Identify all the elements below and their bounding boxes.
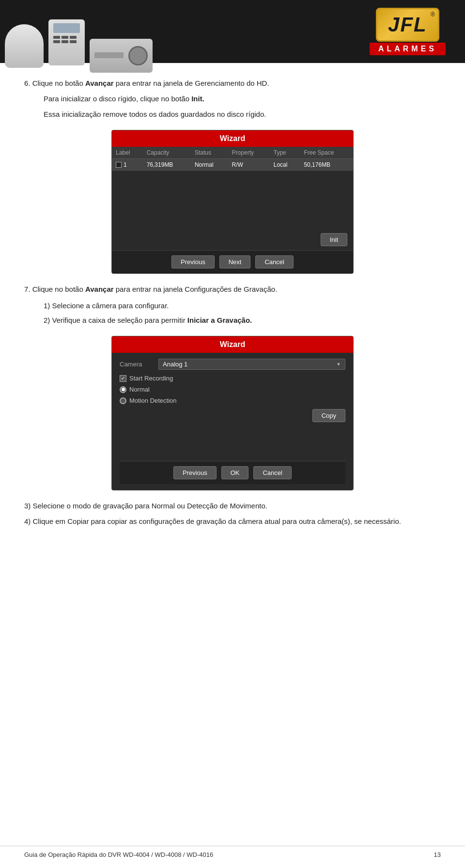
row-capacity: 76,319MB: [143, 159, 191, 171]
step4-paragraph: 4) Clique em Copiar para copiar as confi…: [24, 516, 441, 527]
step3-paragraph: 3) Selecione o modo de gravação para Nor…: [24, 500, 441, 512]
step6-init-bold: Init.: [191, 95, 204, 103]
step6-line2: Para inicializar o disco rígido, clique …: [24, 93, 441, 105]
start-recording-row: ✓ Start Recording: [120, 375, 345, 382]
normal-radio-row: Normal: [120, 386, 345, 393]
motion-radio[interactable]: [120, 397, 126, 404]
dialog1-title: Wizard: [112, 130, 353, 147]
page-footer: Guia de Operação Rápida do DVR WD-4004 /…: [0, 846, 465, 858]
step7-item2: 2) Verifique a caixa de seleção para per…: [44, 315, 441, 326]
dialog2-body: Camera Analog 1 ▼ ✓ Start Recording Norm…: [112, 353, 353, 490]
previous-button-2[interactable]: Previous: [173, 466, 217, 479]
cancel-button-1[interactable]: Cancel: [255, 255, 293, 268]
row-label-val: 1: [124, 161, 127, 168]
row-type: Local: [270, 159, 300, 171]
next-button[interactable]: Next: [219, 255, 251, 268]
chevron-down-icon: ▼: [336, 362, 341, 367]
cancel-button-2[interactable]: Cancel: [253, 466, 291, 479]
dialog1-body: Label Capacity Status Property Type Free…: [112, 147, 353, 273]
row-status: Normal: [191, 159, 228, 171]
col-type: Type: [270, 147, 300, 159]
camera-label: Camera: [120, 361, 158, 368]
product-motion-sensor: [5, 24, 44, 68]
start-recording-checkbox[interactable]: ✓: [120, 375, 126, 382]
col-capacity: Capacity: [143, 147, 191, 159]
footer-guide-text: Guia de Operação Rápida do DVR WD-4004 /…: [24, 851, 213, 858]
start-recording-label: Start Recording: [129, 375, 173, 382]
row-label-cell: 1: [112, 159, 143, 171]
step7-bold: Avançar: [85, 285, 114, 293]
row-checkbox[interactable]: [116, 162, 122, 168]
logo-text: JFL: [388, 13, 427, 36]
previous-button-1[interactable]: Previous: [171, 255, 215, 268]
main-content: 6. Clique no botão Avançar para entrar n…: [0, 63, 465, 546]
step7-paragraph: 7. Clique no botão Avançar para entrar n…: [24, 284, 441, 295]
product-images: [0, 17, 153, 63]
item2-num: 2): [44, 316, 50, 324]
registered-mark: ®: [431, 11, 435, 18]
dialog1-spacer: [112, 171, 353, 229]
step6-prefix: 6. Clique no botão: [24, 79, 85, 87]
copy-row: Copy: [120, 409, 345, 422]
step7-list: 1) Selecione a câmera para configurar. 2…: [44, 300, 441, 326]
product-keypad: [48, 19, 85, 65]
ok-button[interactable]: OK: [221, 466, 249, 479]
step6-paragraph: 6. Clique no botão Avançar para entrar n…: [24, 78, 441, 89]
motion-label: Motion Detection: [129, 397, 177, 404]
item1-num: 1): [44, 301, 50, 310]
product-camera: [90, 39, 153, 73]
page-header: ® JFL ALARMES: [0, 0, 465, 63]
dialog1-init-row: Init: [112, 229, 353, 250]
row-freespace: 50,176MB: [300, 159, 353, 171]
camera-select-value: Analog 1: [163, 361, 187, 368]
init-button[interactable]: Init: [321, 233, 347, 246]
step7-item1: 1) Selecione a câmera para configurar.: [44, 300, 441, 312]
footer-page-number: 13: [434, 851, 441, 858]
step6-line3: Essa inicialização remove todos os dados…: [44, 109, 441, 120]
item2-bold: Iniciar a Gravação.: [187, 316, 252, 324]
dialog2-title: Wizard: [112, 336, 353, 353]
dialog2-spacer: [120, 422, 345, 461]
wizard-dialog-2: Wizard Camera Analog 1 ▼ ✓ Start Recordi…: [111, 336, 354, 490]
alarmes-text: ALARMES: [370, 43, 446, 55]
step6-suffix: para entrar na janela de Gerenciamento d…: [114, 79, 269, 87]
col-freespace: Free Space: [300, 147, 353, 159]
camera-row: Camera Analog 1 ▼: [120, 359, 345, 370]
disk-table: Label Capacity Status Property Type Free…: [112, 147, 353, 171]
dialog1-footer: Previous Next Cancel: [112, 250, 353, 273]
camera-select[interactable]: Analog 1 ▼: [158, 359, 345, 370]
company-logo: ® JFL ALARMES: [370, 8, 446, 55]
row-property: R/W: [228, 159, 270, 171]
normal-radio[interactable]: [120, 386, 126, 393]
col-property: Property: [228, 147, 270, 159]
copy-button[interactable]: Copy: [312, 409, 345, 422]
wizard-dialog-1: Wizard Label Capacity Status Property Ty…: [111, 130, 354, 274]
normal-label: Normal: [129, 386, 150, 393]
col-label: Label: [112, 147, 143, 159]
table-row: 1 76,319MB Normal R/W Local 50,176MB: [112, 159, 353, 171]
dialog2-footer: Previous OK Cancel: [120, 461, 345, 484]
motion-radio-row: Motion Detection: [120, 397, 345, 404]
step6-bold: Avançar: [85, 79, 114, 87]
col-status: Status: [191, 147, 228, 159]
